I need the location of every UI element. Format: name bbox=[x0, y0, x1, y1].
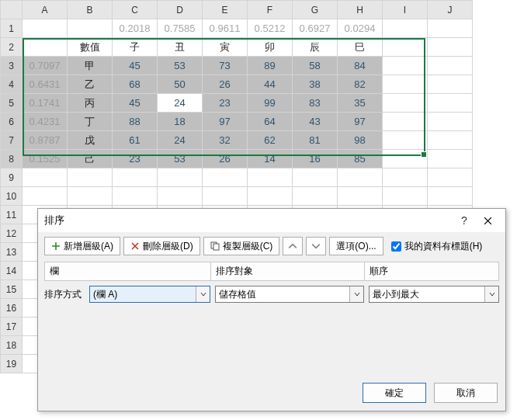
cell[interactable]: 58 bbox=[293, 57, 338, 75]
cell[interactable]: 82 bbox=[338, 75, 383, 94]
cell[interactable]: 53 bbox=[158, 57, 203, 75]
cell[interactable]: 甲 bbox=[68, 57, 113, 75]
has-header-input[interactable] bbox=[391, 241, 401, 252]
cell[interactable]: 0.7585 bbox=[158, 19, 203, 38]
dropdown-caret[interactable] bbox=[349, 286, 363, 302]
row-head-15[interactable]: 15 bbox=[1, 280, 23, 299]
row-head-9[interactable]: 9 bbox=[1, 168, 23, 187]
row-head-16[interactable]: 16 bbox=[1, 299, 23, 318]
cell[interactable]: 24 bbox=[158, 131, 203, 150]
row-head-6[interactable]: 6 bbox=[1, 113, 23, 131]
cell[interactable]: 子 bbox=[113, 38, 158, 57]
cell[interactable]: 0.0294 bbox=[338, 19, 383, 38]
cell[interactable]: 丁 bbox=[68, 113, 113, 131]
cell[interactable]: 乙 bbox=[68, 75, 113, 94]
cell[interactable]: 寅 bbox=[203, 38, 248, 57]
cell[interactable]: 97 bbox=[203, 113, 248, 131]
ok-button[interactable]: 確定 bbox=[363, 383, 426, 403]
cell[interactable]: 0.6927 bbox=[293, 19, 338, 38]
cell[interactable] bbox=[383, 150, 428, 168]
col-head-D[interactable]: D bbox=[158, 1, 203, 19]
cell[interactable] bbox=[428, 94, 473, 113]
cell[interactable] bbox=[383, 57, 428, 75]
add-level-button[interactable]: 新增層級(A) bbox=[44, 237, 120, 255]
move-up-button[interactable] bbox=[283, 237, 303, 255]
help-button[interactable]: ? bbox=[453, 212, 476, 229]
cell[interactable]: 0.5212 bbox=[248, 19, 293, 38]
cell[interactable]: 16 bbox=[293, 150, 338, 168]
cell[interactable]: 己 bbox=[68, 150, 113, 168]
options-button[interactable]: 選項(O)... bbox=[329, 237, 383, 255]
cell[interactable]: 丙 bbox=[68, 94, 113, 113]
delete-level-button[interactable]: 刪除層級(D) bbox=[123, 237, 200, 255]
cell[interactable]: 62 bbox=[248, 131, 293, 150]
cell[interactable]: 97 bbox=[338, 113, 383, 131]
cell[interactable] bbox=[383, 131, 428, 150]
dropdown-caret[interactable] bbox=[196, 286, 210, 302]
cell[interactable]: 23 bbox=[113, 150, 158, 168]
cell[interactable] bbox=[428, 57, 473, 75]
cell[interactable] bbox=[428, 150, 473, 168]
cell[interactable]: 73 bbox=[203, 57, 248, 75]
active-cell[interactable]: 24 bbox=[158, 94, 203, 113]
cell[interactable] bbox=[428, 38, 473, 57]
cell[interactable]: 18 bbox=[158, 113, 203, 131]
col-head-F[interactable]: F bbox=[248, 1, 293, 19]
cell[interactable]: 98 bbox=[338, 131, 383, 150]
dialog-titlebar[interactable]: 排序 ? bbox=[38, 209, 505, 232]
cell[interactable]: 88 bbox=[113, 113, 158, 131]
cell[interactable]: 卯 bbox=[248, 38, 293, 57]
sort-column-dropdown[interactable]: (欄 A) bbox=[89, 286, 210, 303]
col-head-J[interactable]: J bbox=[428, 1, 473, 19]
col-head-C[interactable]: C bbox=[113, 1, 158, 19]
cell[interactable]: 50 bbox=[158, 75, 203, 94]
cell[interactable]: 丑 bbox=[158, 38, 203, 57]
cell[interactable]: 45 bbox=[113, 57, 158, 75]
cell[interactable]: 84 bbox=[338, 57, 383, 75]
row-head-4[interactable]: 4 bbox=[1, 75, 23, 94]
cell[interactable]: 89 bbox=[248, 57, 293, 75]
row-head-5[interactable]: 5 bbox=[1, 94, 23, 113]
col-head-H[interactable]: H bbox=[338, 1, 383, 19]
row-head-19[interactable]: 19 bbox=[1, 355, 23, 373]
row-head-7[interactable]: 7 bbox=[1, 131, 23, 150]
cell[interactable]: 81 bbox=[293, 131, 338, 150]
cell[interactable] bbox=[383, 94, 428, 113]
cell[interactable]: 0.1741 bbox=[23, 94, 68, 113]
cell[interactable]: 26 bbox=[203, 75, 248, 94]
cell[interactable]: 0.2018 bbox=[113, 19, 158, 38]
row-head-3[interactable]: 3 bbox=[1, 57, 23, 75]
cell[interactable]: 43 bbox=[293, 113, 338, 131]
row-head-18[interactable]: 18 bbox=[1, 336, 23, 355]
cell[interactable]: 35 bbox=[338, 94, 383, 113]
cell[interactable]: 0.1525 bbox=[23, 150, 68, 168]
row-head-12[interactable]: 12 bbox=[1, 224, 23, 243]
cell[interactable] bbox=[428, 113, 473, 131]
cell[interactable] bbox=[428, 19, 473, 38]
cell[interactable]: 99 bbox=[248, 94, 293, 113]
cell[interactable] bbox=[383, 113, 428, 131]
col-head-G[interactable]: G bbox=[293, 1, 338, 19]
cell[interactable]: 0.6431 bbox=[23, 75, 68, 94]
close-button[interactable] bbox=[476, 212, 499, 229]
row-head-11[interactable]: 11 bbox=[1, 206, 23, 224]
row-head-14[interactable]: 14 bbox=[1, 262, 23, 280]
cell[interactable]: 23 bbox=[203, 94, 248, 113]
cell[interactable]: 戊 bbox=[68, 131, 113, 150]
row-head-13[interactable]: 13 bbox=[1, 243, 23, 262]
col-head-E[interactable]: E bbox=[203, 1, 248, 19]
cell[interactable]: 45 bbox=[113, 94, 158, 113]
cell[interactable]: 0.7097 bbox=[23, 57, 68, 75]
copy-level-button[interactable]: 複製層級(C) bbox=[203, 237, 280, 255]
cancel-button[interactable]: 取消 bbox=[434, 383, 498, 403]
cell[interactable]: 61 bbox=[113, 131, 158, 150]
row-head-17[interactable]: 17 bbox=[1, 318, 23, 336]
row-head-1[interactable]: 1 bbox=[1, 19, 23, 38]
cell[interactable]: 53 bbox=[158, 150, 203, 168]
dropdown-caret[interactable] bbox=[484, 286, 498, 302]
cell[interactable]: 0.4231 bbox=[23, 113, 68, 131]
cell[interactable]: 44 bbox=[248, 75, 293, 94]
cell[interactable] bbox=[23, 38, 68, 57]
cell[interactable] bbox=[428, 131, 473, 150]
cell[interactable] bbox=[383, 75, 428, 94]
